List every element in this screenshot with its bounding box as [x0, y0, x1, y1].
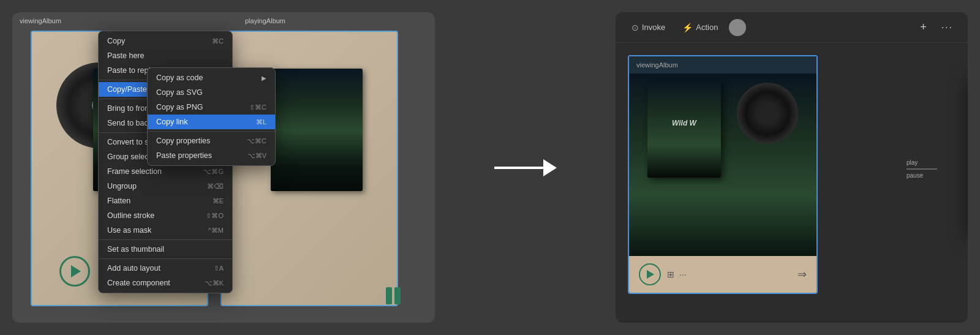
action-button[interactable]: ⚡ Action	[676, 20, 724, 36]
transition-pause-label: pause	[907, 172, 937, 179]
submenu-copy-png[interactable]: Copy as PNG ⇧⌘C	[148, 100, 275, 115]
toolbar: ⊙ Invoke ⚡ Action + ···	[616, 12, 968, 43]
left-panel: viewingAlbum playingAlbum ▷⏵	[12, 12, 435, 323]
frame1-label: viewingAlbum	[20, 17, 61, 24]
menu-item-outline[interactable]: Outline stroke ⇧⌘O	[99, 208, 232, 223]
rf-play-button[interactable]	[639, 263, 661, 285]
invoke-icon: ⊙	[631, 23, 639, 32]
rf-forward-icon: ⇒	[797, 268, 807, 281]
menu-item-thumbnail[interactable]: Set as thumbnail	[99, 242, 232, 257]
toolbar-avatar	[729, 19, 746, 36]
pause-bar-2	[394, 287, 401, 304]
menu-item-copy[interactable]: Copy ⌘C	[99, 34, 232, 48]
submenu-copy-link[interactable]: Copy link ⌘L	[148, 115, 275, 129]
play-button-left[interactable]	[59, 256, 90, 287]
frame2-label: playingAlbum	[245, 17, 285, 24]
rf-album-art: Wild W	[629, 73, 816, 256]
menu-item-mask[interactable]: Use as mask ^⌘M	[99, 223, 232, 238]
invoke-button[interactable]: ⊙ Invoke	[625, 20, 671, 36]
menu-separator-5	[99, 258, 232, 259]
rf-header: viewingAlbum	[629, 56, 816, 73]
canvas-area: viewingAlbum playingAlbum ▷⏵	[12, 12, 435, 323]
submenu-copy-paste: Copy as code ▶ Copy as SVG Copy as PNG ⇧…	[147, 67, 276, 166]
submenu-separator	[148, 131, 275, 132]
arrow-head	[543, 159, 557, 176]
transition-line	[907, 168, 937, 170]
toolbar-plus-button[interactable]: +	[915, 18, 932, 36]
album-book-right	[271, 69, 363, 191]
submenu-copy-properties[interactable]: Copy properties ⌥⌘C	[148, 134, 275, 148]
action-icon: ⚡	[682, 23, 693, 32]
transition-arrow-container	[489, 159, 562, 176]
menu-item-ungroup[interactable]: Ungroup ⌘⌫	[99, 179, 232, 194]
rf-control-icons: ⊞ ···	[667, 269, 687, 279]
arrow-shape	[494, 159, 557, 176]
canvas-right: viewingAlbum viewingAlbum Wild W	[616, 43, 968, 323]
arrow-line	[494, 167, 543, 169]
rf-list-icon: ⊞	[667, 269, 674, 279]
rf-book: Wild W	[647, 80, 721, 178]
transition-play-label: play	[907, 159, 937, 166]
menu-separator-4	[99, 239, 232, 240]
pause-bar-1	[386, 287, 392, 304]
menu-item-auto-layout[interactable]: Add auto layout ⇧A	[99, 261, 232, 276]
toolbar-more-button[interactable]: ···	[937, 20, 958, 36]
forest-art-right	[271, 69, 363, 191]
menu-item-flatten[interactable]: Flatten ⌘E	[99, 194, 232, 208]
rf-play-icon	[647, 270, 654, 279]
right-panel: ⊙ Invoke ⚡ Action + ··· viewingAlbum vie…	[616, 12, 968, 323]
submenu-paste-properties[interactable]: Paste properties ⌥⌘V	[148, 148, 275, 163]
rf-more-icon: ···	[679, 269, 687, 279]
rf-bottom-bar: ⊞ ··· ⇒	[629, 256, 816, 293]
transition-labels: play pause	[907, 159, 937, 179]
menu-item-frame-selection[interactable]: Frame selection ⌥⌘G	[99, 164, 232, 179]
submenu-copy-code[interactable]: Copy as code ▶	[148, 70, 275, 85]
album-title-text: Wild W	[672, 119, 696, 127]
submenu-copy-svg[interactable]: Copy as SVG	[148, 85, 275, 100]
pause-button[interactable]	[386, 287, 401, 304]
menu-item-create-component[interactable]: Create component ⌥⌘K	[99, 276, 232, 290]
rf-vinyl	[737, 83, 798, 144]
menu-item-paste-here[interactable]: Paste here	[99, 48, 232, 63]
play-icon	[71, 265, 81, 277]
right-frame-content: viewingAlbum Wild W ⊞ ···	[629, 56, 816, 293]
right-frame: viewingAlbum viewingAlbum Wild W	[628, 55, 818, 294]
